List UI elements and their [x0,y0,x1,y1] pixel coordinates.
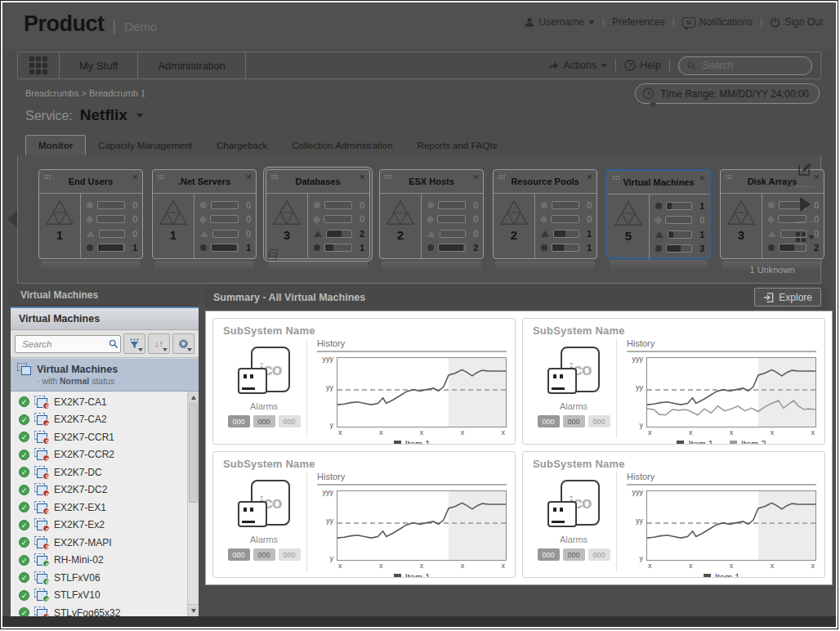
tile-title: Disk Arrays [748,177,798,186]
tree-root-virtual-machines[interactable]: Virtual Machines · with Normal status [11,358,199,392]
alarm-badge: 000 [538,415,560,427]
explore-button[interactable]: Explore [754,288,821,307]
subsystem-card-4[interactable]: SubSystem NameicoAlarms000000000Historyy… [522,451,825,578]
nav-right: Actions ? Help [547,52,820,78]
sidebar-search-input[interactable] [20,338,109,350]
normal-status-icon: ✓ [19,467,29,477]
tile-count: 1 [56,228,63,242]
normal-status-icon: ✓ [19,502,29,512]
history-range-bar[interactable] [627,484,816,486]
search-icon[interactable] [109,338,118,349]
sidebar-panel-title: Virtual Machines [11,308,199,330]
filter-button[interactable] [123,333,145,354]
severity-bar [324,244,352,252]
vm-name: STLFxV06 [54,572,101,584]
global-search-input[interactable] [700,59,803,72]
edit-icon[interactable] [798,162,812,177]
sort-button[interactable]: ↓↑ [148,333,170,354]
settings-button[interactable] [172,333,194,354]
vm-list-item[interactable]: ✓STLFxV10 [11,587,187,605]
close-icon[interactable]: × [699,172,705,184]
tile-esx-hosts[interactable]: ESX Hosts×20002 [379,169,484,259]
normal-status-icon: ✓ [19,537,29,548]
close-icon[interactable]: × [132,171,138,183]
grip-icon[interactable] [613,176,614,177]
vm-list-item[interactable]: ✓EX2K7-EX1 [11,499,187,517]
diamond-severity-icon [313,215,321,223]
layout-grid-button[interactable] [796,232,815,242]
global-search[interactable] [678,56,812,75]
severity-count: 1 [583,229,592,239]
apps-grid-button[interactable] [18,52,60,78]
robot-face-icon [238,368,267,394]
vm-list-item[interactable]: ✓EX2K7-MAPI [11,534,187,552]
sidebar: Virtual Machines Virtual Machines ↓↑ [11,284,199,616]
nav-item-administration[interactable]: Administration [138,52,245,78]
preferences-link[interactable]: Preferences [612,16,665,28]
notifications-link[interactable]: N Notifications [682,16,753,28]
power-off-icon [42,437,50,445]
history-range-bar[interactable] [317,351,507,352]
tab-collection-adminstration[interactable]: Collection Adminstration [279,136,404,155]
vm-list-item[interactable]: ✓EX2K7-DC2 [11,481,187,499]
tab-monitor[interactable]: Monitor [25,135,86,155]
tile-databases[interactable]: Databases×30021 [266,169,370,259]
vm-list-scrollbar[interactable] [187,392,199,616]
user-menu[interactable]: Username [525,16,594,28]
breadcrumb[interactable]: Breadcrumbs > Breadcrumb 1 [25,88,145,98]
service-selector[interactable]: Netflix [80,106,127,124]
vm-list-item[interactable]: ✓EX2K7-Ex2 [11,517,187,535]
history-range-bar[interactable] [627,351,816,352]
subsystem-card-3[interactable]: SubSystem NameicoAlarms000000000Historyy… [212,451,516,578]
service-caret-icon[interactable] [136,114,143,118]
time-range-control[interactable]: Time Range: MM/DD/YY 24:00:00 [635,83,820,104]
close-icon[interactable]: × [245,171,252,183]
scroll-down-button[interactable] [188,604,199,616]
circle-severity-icon [541,244,547,251]
tab-capacity-management[interactable]: Capacity Management [86,136,204,155]
actions-menu[interactable]: Actions [547,60,607,71]
vm-list-item[interactable]: ✓EX2K7-CCR2 [11,446,187,464]
vm-list-item[interactable]: ✓EX2K7-CCR1 [11,428,187,446]
grip-icon[interactable] [385,175,386,177]
subsystem-card-2[interactable]: SubSystem NameicoAlarms000000000Historyy… [522,318,825,445]
grip-icon[interactable] [44,175,46,177]
vm-name: EX2K7-CA2 [54,414,107,425]
vm-list-item[interactable]: ✓RH-Mini-02 [11,552,187,570]
severity-bar [551,215,579,223]
tab-reports-and-faqts[interactable]: Reports and FAQts [405,136,510,155]
nav-item-my-stuff[interactable]: My Stuff [60,52,138,78]
grip-icon[interactable] [726,175,727,177]
help-menu[interactable]: ? Help [624,60,661,71]
scroll-up-button[interactable] [188,392,199,404]
severity-row: 1 [655,201,704,211]
close-icon[interactable]: × [472,171,479,183]
grip-icon[interactable] [158,175,159,177]
virtual-machine-icon [34,536,49,549]
vm-list-item[interactable]: ✓EX2K7-CA2 [11,411,187,429]
tab-chargeback[interactable]: Chargeback [204,136,279,155]
circle-severity-icon [768,202,775,208]
history-range-bar[interactable] [317,484,507,486]
grip-icon[interactable] [271,175,273,177]
close-icon[interactable]: × [359,171,365,183]
tile-virtual-machines[interactable]: Virtual Machines×51013 [606,169,711,259]
tile-end-users[interactable]: End Users×10001 [38,169,143,259]
sidebar-search[interactable] [15,335,121,353]
vm-list-item[interactable]: ✓EX2K7-DC [11,463,187,481]
vm-list-item[interactable]: ✓EX2K7-CA1 [11,393,187,411]
carousel-play-button[interactable] [800,197,811,212]
carousel-prev-button[interactable] [7,211,17,227]
subsystem-card-1[interactable]: SubSystem NameicoAlarms000000000Historyy… [212,318,516,445]
vm-list-item[interactable]: ✓STLvFog65x32 [11,604,187,616]
grip-icon[interactable] [498,175,500,177]
tile-resource-pools[interactable]: Resource Pools×20011 [493,169,597,259]
severity-count: 1 [696,230,704,239]
scrollbar-thumb[interactable] [189,405,198,503]
normal-status-icon: ✓ [19,590,29,601]
sign-out-link[interactable]: Sign Out [770,16,823,28]
close-icon[interactable]: × [586,171,592,183]
vm-list-item[interactable]: ✓STLFxV06 [11,569,187,587]
sidebar-collapsed-header[interactable]: Virtual Machines [11,284,199,307]
tile--net-servers[interactable]: .Net Servers×10001 [152,169,257,259]
